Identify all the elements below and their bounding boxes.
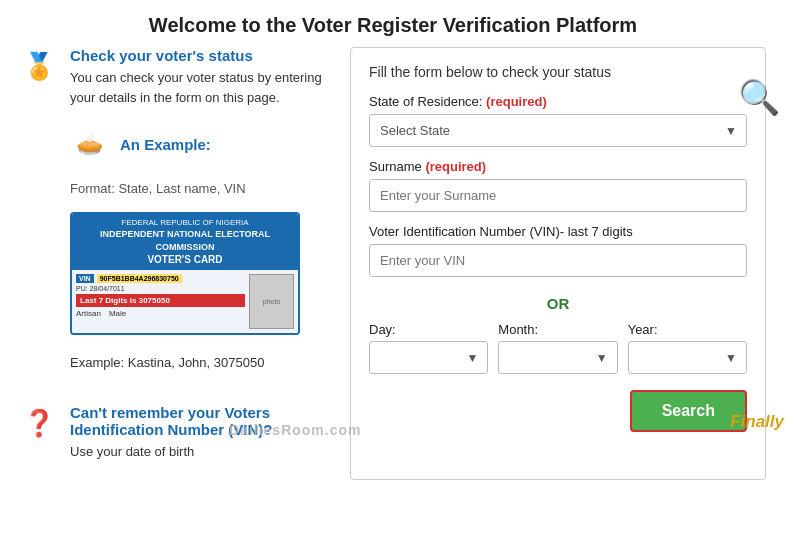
vin-label: Voter Identification Number (VIN)- last … xyxy=(369,224,747,239)
year-select[interactable] xyxy=(628,341,747,374)
day-select-wrapper: ▼ xyxy=(369,341,488,374)
state-select[interactable]: Select State xyxy=(369,114,747,147)
format-label: Format: State, Last name, VIN xyxy=(70,181,246,196)
finally-annotation: Finally xyxy=(730,412,784,432)
state-label: State of Residence: (required) xyxy=(369,94,747,109)
last7-row: Last 7 Digits is 3075050 xyxy=(76,294,245,307)
vin-input[interactable] xyxy=(369,244,747,277)
vin-field-row xyxy=(369,244,747,289)
check-status-heading: Check your voter's status xyxy=(70,47,340,64)
state-required: (required) xyxy=(486,94,547,109)
photo-placeholder: photo xyxy=(249,274,294,329)
vin-help-body: Use your date of birth xyxy=(70,442,340,462)
commission-label: INDEPENDENT NATIONAL ELECTORAL COMMISSIO… xyxy=(77,228,293,253)
day-select[interactable] xyxy=(369,341,488,374)
example-heading: An Example: xyxy=(120,136,211,153)
day-label: Day: xyxy=(369,322,488,337)
surname-required: (required) xyxy=(425,159,486,174)
card-title: VOTER'S CARD xyxy=(77,253,293,267)
month-label: Month: xyxy=(498,322,617,337)
voter-card-header: FEDERAL REPUBLIC OF NIGERIA INDEPENDENT … xyxy=(72,214,298,270)
vin-row: VIN 90F5B1BB4A296830750 xyxy=(76,274,245,283)
or-divider: OR xyxy=(369,295,747,312)
year-label: Year: xyxy=(628,322,747,337)
card-dates: PU: 28/04/7011 xyxy=(76,285,245,292)
day-group: Day: ▼ xyxy=(369,322,488,374)
example-block: 🥧 An Example: Format: State, Last name, … xyxy=(70,125,340,386)
month-select-wrapper: ▼ xyxy=(498,341,617,374)
example-text: Example: Kastina, John, 3075050 xyxy=(70,355,264,370)
republic-label: FEDERAL REPUBLIC OF NIGERIA xyxy=(77,217,293,228)
check-status-text: Check your voter's status You can check … xyxy=(70,47,340,107)
vin-label: VIN xyxy=(76,274,94,283)
vin-help-heading: Can't remember your Voters Identificatio… xyxy=(70,404,340,438)
vin-help-text: Can't remember your Voters Identificatio… xyxy=(70,404,340,462)
state-select-wrapper: Select State ▼ xyxy=(369,114,747,147)
check-status-block: 🏅 Check your voter's status You can chec… xyxy=(20,47,340,107)
surname-input[interactable] xyxy=(369,179,747,212)
month-group: Month: ▼ xyxy=(498,322,617,374)
voter-card-body: VIN 90F5B1BB4A296830750 PU: 28/04/7011 L… xyxy=(72,270,298,333)
surname-label: Surname (required) xyxy=(369,159,747,174)
date-row: Day: ▼ Month: ▼ Year: xyxy=(369,322,747,374)
vin-help-block: ❓ Can't remember your Voters Identificat… xyxy=(20,404,340,462)
search-icon: 🔍 xyxy=(738,77,780,117)
year-select-wrapper: ▼ xyxy=(628,341,747,374)
form-panel: Fill the form below to check your status… xyxy=(350,47,766,480)
month-select[interactable] xyxy=(498,341,617,374)
gender-value: Male xyxy=(109,309,126,318)
left-column: 🏅 Check your voter's status You can chec… xyxy=(20,47,340,480)
year-group: Year: ▼ xyxy=(628,322,747,374)
chart-icon: 🥧 xyxy=(70,125,108,163)
check-status-body: You can check your voter status by enter… xyxy=(70,68,340,107)
vin-value: 90F5B1BB4A296830750 xyxy=(97,274,182,283)
occupation-value: Artisan xyxy=(76,309,101,318)
voter-card: FEDERAL REPUBLIC OF NIGERIA INDEPENDENT … xyxy=(70,212,300,335)
question-icon: ❓ xyxy=(20,404,58,442)
page-title: Welcome to the Voter Register Verificati… xyxy=(0,0,786,47)
occupation-row: Artisan Male xyxy=(76,309,245,318)
voter-card-info: VIN 90F5B1BB4A296830750 PU: 28/04/7011 L… xyxy=(76,274,245,329)
medal-icon: 🏅 xyxy=(20,47,58,85)
form-intro: Fill the form below to check your status xyxy=(369,64,747,80)
